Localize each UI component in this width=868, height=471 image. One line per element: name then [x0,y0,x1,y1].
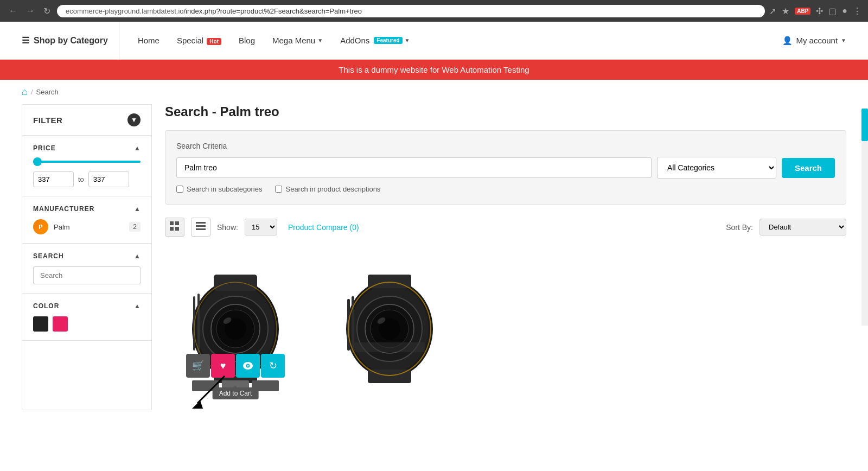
nav-home[interactable]: Home [130,31,167,49]
breadcrumb-current: Search [36,88,59,96]
search-text-input[interactable] [176,157,652,178]
search-section-header[interactable]: SEARCH ▲ [33,252,141,260]
search-button[interactable]: Search [782,158,835,178]
add-to-cart-tooltip: Add to Cart [213,387,259,399]
list-view-button[interactable] [191,218,210,237]
back-button[interactable]: ← [7,5,20,17]
scrollbar[interactable] [861,109,868,326]
descriptions-label: Search in product descriptions [285,185,380,193]
color-swatch-pink[interactable] [53,316,68,332]
search-category-select[interactable]: All Categories [657,157,776,179]
price-inputs: to [33,171,141,187]
price-slider-track[interactable] [33,161,141,163]
browser-icons: ➚ ★ ABP ✣ ▢ ● ⋮ [769,6,861,16]
hamburger-icon: ☰ [22,35,29,46]
wishlist-button-1[interactable]: ♥ [211,354,235,378]
compare-button-1[interactable]: ↻ [261,354,285,378]
quick-view-button-1[interactable] [236,354,260,378]
sidebar-filter: FILTER ▼ PRICE ▲ to MANUFACTURER ▲ [22,104,152,410]
extensions-icon[interactable]: ✣ [816,6,823,16]
price-max-input[interactable] [88,171,129,187]
search-criteria-row: All Categories Search [176,157,835,179]
grid-view-button[interactable] [165,218,184,237]
products-toolbar: Show: 15 25 50 75 100 Product Compare (0… [165,218,846,237]
show-select[interactable]: 15 25 50 75 100 [245,219,277,236]
shop-by-category-label: Shop by Category [34,36,108,46]
hot-badge: Hot [207,38,221,45]
url-base: ecommerce-playground.lambdatest.io [66,7,184,15]
url-bar[interactable]: ecommerce-playground.lambdatest.io /inde… [57,5,765,17]
home-icon[interactable]: ⌂ [22,86,28,98]
menu-icon[interactable]: ⋮ [853,6,861,16]
search-collapse-arrow: ▲ [134,252,141,260]
search-options-row: Search in subcategories Search in produc… [176,185,835,193]
products-grid: 🛒 ♥ ↻ Add to Cart [165,247,846,410]
descriptions-checkbox[interactable] [275,186,282,193]
breadcrumb: ⌂ / Search [0,80,868,104]
price-slider-thumb[interactable] [33,157,42,166]
price-slider-fill [33,161,141,163]
top-nav: ☰ Shop by Category Home Special Hot Blog… [0,22,868,60]
window-icon[interactable]: ▢ [828,6,837,16]
nav-mega-menu[interactable]: Mega Menu ▼ [265,31,330,49]
nav-special[interactable]: Special Hot [169,31,229,49]
svg-rect-0 [170,221,174,225]
user-icon: 👤 [782,36,793,46]
color-section-header[interactable]: COLOR ▲ [33,302,141,310]
filter-toggle-button[interactable]: ▼ [127,113,141,126]
nav-addons[interactable]: AddOns Featured ▼ [333,31,417,49]
price-section-header[interactable]: PRICE ▲ [33,144,141,152]
sort-label: Sort By: [726,223,753,232]
svg-rect-5 [196,225,206,227]
compare-link[interactable]: Product Compare (0) [288,223,359,232]
main-content: Search - Palm treo Search Criteria All C… [165,104,846,410]
sort-select[interactable]: Default Name (A - Z) Name (Z - A) Price … [760,219,846,236]
svg-rect-2 [170,227,174,231]
abp-badge: ABP [795,8,810,15]
product-image-container-2 [319,247,460,410]
product-card-2[interactable] [319,247,460,410]
svg-rect-34 [368,275,411,288]
sidebar-search-input[interactable] [33,266,141,284]
svg-point-24 [247,365,249,367]
browser-chrome: ← → ↻ ecommerce-playground.lambdatest.io… [0,0,868,22]
color-collapse-arrow: ▲ [134,302,141,310]
subcategories-checkbox[interactable] [176,186,183,193]
svg-rect-35 [368,370,411,383]
nav-blog[interactable]: Blog [231,31,263,49]
manufacturer-item[interactable]: P Palm 2 [33,219,141,234]
bookmark-icon[interactable]: ★ [782,6,789,16]
featured-badge: Featured [374,37,402,44]
price-collapse-arrow: ▲ [134,144,141,152]
product-card-1[interactable]: 🛒 ♥ ↻ Add to Cart [165,247,306,410]
product-image-2 [319,247,460,410]
filter-header: FILTER ▼ [22,105,151,136]
profile-icon[interactable]: ● [842,6,847,16]
svg-rect-1 [175,221,179,225]
manufacturer-name: Palm [54,223,124,231]
search-criteria-title: Search Criteria [176,142,835,150]
reload-button[interactable]: ↻ [41,5,53,17]
color-swatch-black[interactable] [33,316,48,332]
color-swatches [33,316,141,332]
banner-text: This is a dummy website for Web Automati… [339,65,529,74]
breadcrumb-separator: / [31,88,33,96]
price-min-input[interactable] [33,171,74,187]
search-filter-section: SEARCH ▲ [22,244,151,294]
manufacturer-logo: P [33,219,48,234]
grid-icon [170,221,180,231]
color-filter-section: COLOR ▲ [22,294,151,341]
shop-by-category[interactable]: ☰ Shop by Category [22,22,119,59]
add-to-cart-button-1[interactable]: 🛒 [186,354,210,378]
manufacturer-section-header[interactable]: MANUFACTURER ▲ [33,205,141,213]
scrollbar-thumb[interactable] [861,109,868,141]
subcategories-checkbox-label[interactable]: Search in subcategories [176,185,262,193]
descriptions-checkbox-label[interactable]: Search in product descriptions [275,185,380,193]
share-icon[interactable]: ➚ [769,6,776,16]
product-action-bar-1: 🛒 ♥ ↻ [186,354,285,378]
my-account-arrow: ▼ [841,37,846,43]
manufacturer-filter-section: MANUFACTURER ▲ P Palm 2 [22,196,151,244]
my-account[interactable]: 👤 My account ▼ [782,36,846,46]
svg-rect-14 [214,275,257,291]
forward-button[interactable]: → [24,5,37,17]
